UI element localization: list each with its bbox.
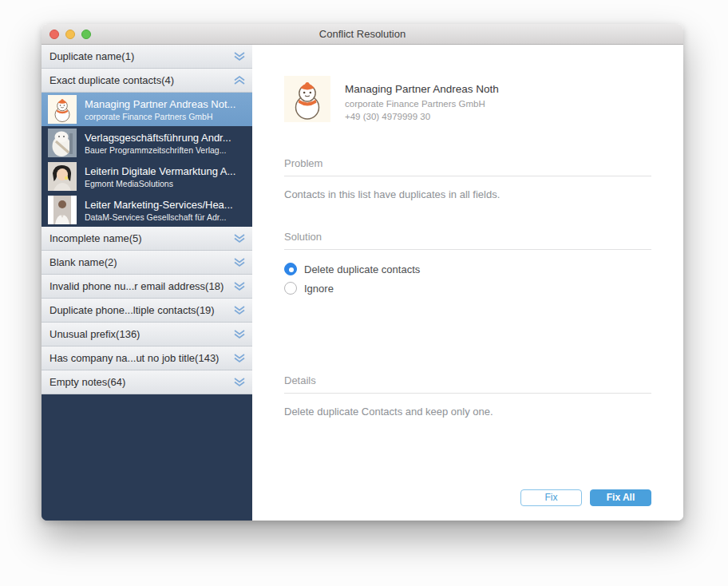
radio-ignore[interactable]: Ignore [284, 279, 651, 298]
window-content: Duplicate name(1) Exact duplicate contac… [42, 45, 683, 521]
fix-all-button[interactable]: Fix All [590, 489, 651, 506]
contact-list-item[interactable]: Verlagsgeschäftsführung Andr... Bauer Pr… [42, 126, 252, 160]
contact-name: Verlagsgeschäftsführung Andr... [85, 132, 231, 144]
fullscreen-window-button[interactable] [81, 30, 91, 39]
fix-button[interactable]: Fix [520, 489, 582, 506]
group-label: Has company na...ut no job title(143) [49, 352, 234, 364]
problem-section: Problem Contacts in this list have dupli… [284, 157, 651, 200]
group-label: Duplicate name(1) [49, 50, 234, 62]
contact-name: Managing Partner Andreas Not... [85, 98, 235, 110]
contact-name: Managing Partner Andreas Noth [345, 83, 499, 95]
contact-company: corporate Finance Partners GmbH [345, 99, 499, 109]
section-divider [284, 249, 651, 250]
chevron-double-down-icon[interactable] [234, 52, 245, 61]
contact-company: Bauer Programmzeitschriften Verlag... [85, 145, 231, 155]
group-label: Unusual prefix(136) [49, 328, 234, 340]
group-label: Incomplete name(5) [49, 232, 234, 244]
sidebar-group-blank-name[interactable]: Blank name(2) [42, 251, 252, 275]
chevron-double-down-icon[interactable] [234, 258, 245, 267]
sidebar-group-incomplete-name[interactable]: Incomplete name(5) [42, 227, 252, 251]
contact-company: corporate Finance Partners GmbH [85, 112, 235, 121]
group-label: Exact duplicate contacts(4) [49, 74, 234, 86]
snowman-avatar [48, 95, 77, 124]
contact-name: Leiterin Digitale Vermarktung A... [85, 165, 235, 177]
snowman-avatar [284, 76, 330, 122]
action-button-row: Fix Fix All [284, 489, 651, 506]
contact-list-item[interactable]: Leiter Marketing-Services/Hea... DataM-S… [42, 193, 252, 227]
contact-company: Egmont MediaSolutions [85, 179, 235, 188]
solution-options: Delete duplicate contacts Ignore [284, 259, 651, 298]
problem-heading: Problem [284, 157, 651, 169]
window-titlebar: Conflict Resolution [42, 24, 683, 45]
sidebar-group-unusual-prefix[interactable]: Unusual prefix(136) [42, 323, 252, 346]
conflict-category-sidebar: Duplicate name(1) Exact duplicate contac… [42, 45, 252, 521]
contact-name: Leiter Marketing-Services/Hea... [85, 199, 233, 211]
radio-label: Ignore [304, 283, 334, 295]
section-divider [284, 393, 651, 394]
traffic-lights [49, 24, 91, 44]
solution-heading: Solution [284, 231, 651, 243]
sidebar-group-company-no-job-title[interactable]: Has company na...ut no job title(143) [42, 346, 252, 370]
conflict-detail-pane: Managing Partner Andreas Noth corporate … [252, 45, 683, 521]
group-label: Empty notes(64) [49, 376, 234, 388]
details-text: Delete duplicate Contacts and keep only … [284, 406, 651, 418]
section-divider [284, 176, 651, 176]
portrait-avatar [48, 196, 77, 224]
chevron-double-up-icon[interactable] [234, 76, 245, 85]
sidebar-group-exact-duplicate-contacts[interactable]: Exact duplicate contacts(4) [42, 69, 252, 93]
radio-selected-icon[interactable] [284, 263, 297, 275]
close-window-button[interactable] [49, 30, 59, 39]
anime-avatar [48, 162, 77, 191]
sidebar-group-duplicate-phone[interactable]: Duplicate phone...ltiple contacts(19) [42, 299, 252, 323]
group-label: Duplicate phone...ltiple contacts(19) [49, 304, 234, 316]
contact-phone: +49 (30) 4979999 30 [345, 112, 499, 121]
contact-list-item[interactable]: Leiterin Digitale Vermarktung A... Egmon… [42, 160, 252, 193]
contact-list-item[interactable]: Managing Partner Andreas Not... corporat… [42, 93, 252, 126]
chevron-double-down-icon[interactable] [234, 306, 245, 315]
sidebar-group-empty-notes[interactable]: Empty notes(64) [42, 370, 252, 394]
chevron-double-down-icon[interactable] [234, 234, 245, 243]
radio-unselected-icon[interactable] [284, 282, 297, 295]
owl-avatar [48, 129, 77, 157]
window-title: Conflict Resolution [319, 28, 406, 40]
radio-delete-duplicate-contacts[interactable]: Delete duplicate contacts [284, 259, 651, 279]
group-label: Blank name(2) [49, 256, 234, 268]
sidebar-group-duplicate-name[interactable]: Duplicate name(1) [42, 45, 252, 69]
details-section: Details Delete duplicate Contacts and ke… [284, 374, 651, 418]
sidebar-group-invalid-phone-or-email[interactable]: Invalid phone nu...r email address(18) [42, 275, 252, 299]
contact-card: Managing Partner Andreas Noth corporate … [284, 76, 651, 122]
chevron-double-down-icon[interactable] [234, 354, 245, 362]
minimize-window-button[interactable] [65, 30, 75, 39]
conflict-resolution-window: Conflict Resolution Duplicate name(1) Ex… [42, 24, 683, 521]
group-label: Invalid phone nu...r email address(18) [49, 280, 234, 292]
chevron-double-down-icon[interactable] [234, 330, 245, 339]
sidebar-filler [42, 394, 252, 521]
details-heading: Details [284, 374, 651, 386]
solution-section: Solution Delete duplicate contacts Ignor… [284, 231, 651, 298]
contact-company: DataM-Services Gesellschaft für Adr... [85, 212, 233, 222]
radio-label: Delete duplicate contacts [304, 263, 420, 275]
chevron-double-down-icon[interactable] [234, 282, 245, 291]
chevron-double-down-icon[interactable] [234, 378, 245, 386]
problem-text: Contacts in this list have duplicates in… [284, 188, 651, 200]
